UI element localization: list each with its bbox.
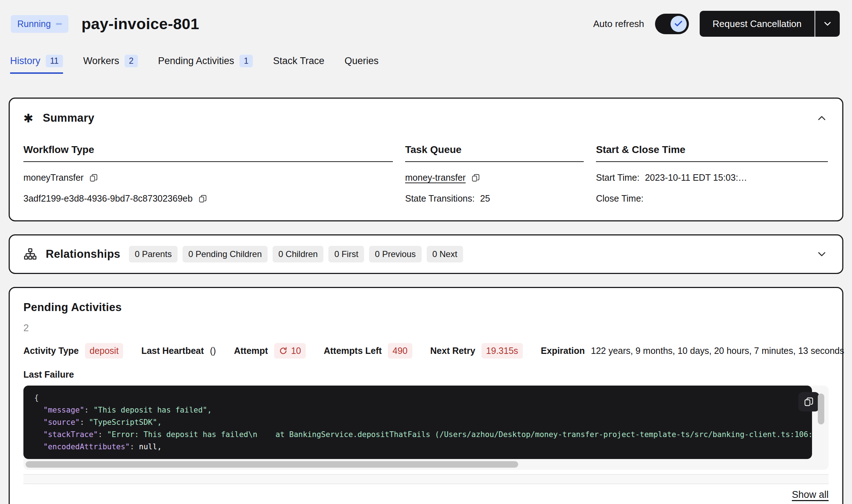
json-colon: :	[130, 442, 139, 451]
copy-icon	[471, 173, 480, 183]
copy-icon	[803, 396, 814, 407]
summary-card: ✱ Summary Workflow Type moneyTransfer 3a…	[9, 98, 843, 221]
summary-card-header: ✱ Summary	[23, 112, 828, 125]
last-heartbeat-value: ()	[210, 346, 216, 356]
attempts-left-field: Attempts Left 490	[324, 343, 412, 359]
copy-task-queue-button[interactable]	[471, 173, 480, 183]
retry-icon	[279, 346, 288, 355]
json-key: "source"	[34, 418, 80, 427]
json-colon: :	[84, 406, 93, 414]
tab-pending-activities[interactable]: Pending Activities 1	[158, 55, 253, 74]
state-transitions-label: State Transitions:	[405, 193, 475, 204]
next-retry-label: Next Retry	[430, 346, 475, 356]
copy-failure-button[interactable]	[798, 392, 819, 411]
attempts-left-label: Attempts Left	[324, 346, 382, 356]
start-time-value: 2023-10-11 EDT 15:03:…	[645, 172, 747, 183]
tab-history[interactable]: History 11	[10, 55, 63, 74]
workflow-type-value: moneyTransfer	[23, 172, 84, 183]
topbar-actions: Auto refresh Request Cancellation	[593, 11, 840, 37]
tab-label: Workers	[83, 55, 119, 67]
pending-children-badge: 0 Pending Children	[183, 246, 268, 262]
time-heading: Start & Close Time	[596, 144, 828, 162]
tab-label: History	[10, 55, 40, 67]
summary-icon: ✱	[23, 112, 33, 124]
tab-count-badge: 2	[125, 55, 138, 67]
json-value: "TypeScriptSDK",	[89, 418, 162, 427]
attempt-field: Attempt 10	[234, 343, 306, 359]
tab-stack-trace[interactable]: Stack Trace	[273, 55, 324, 74]
expiration-value: 122 years, 9 months, 10 days, 20 hours, …	[591, 346, 844, 356]
parents-badge: 0 Parents	[129, 246, 178, 262]
auto-refresh-label: Auto refresh	[593, 18, 644, 30]
tab-label: Pending Activities	[158, 55, 234, 67]
time-column: Start & Close Time Start Time: 2023-10-1…	[596, 144, 828, 204]
request-cancellation-button[interactable]: Request Cancellation	[700, 11, 815, 37]
tab-label: Queries	[345, 55, 379, 67]
tab-queries[interactable]: Queries	[345, 55, 379, 74]
expiration-field: Expiration 122 years, 9 months, 10 days,…	[541, 346, 844, 356]
pending-activity-fields: Activity Type deposit Last Heartbeat () …	[23, 343, 829, 359]
copy-icon	[198, 194, 207, 203]
activity-type-field: Activity Type deposit	[23, 343, 123, 359]
pending-activities-count: 2	[23, 323, 829, 334]
auto-refresh-toggle[interactable]	[655, 14, 689, 34]
horizontal-scrollbar[interactable]	[26, 461, 518, 468]
summary-collapse-button[interactable]	[816, 112, 828, 124]
relationships-expand-button[interactable]	[816, 248, 828, 260]
close-time-label: Close Time:	[596, 193, 644, 204]
page-title: pay-invoice-801	[81, 15, 199, 33]
json-value: null,	[139, 442, 162, 451]
chevron-down-icon	[816, 248, 828, 260]
last-failure-json: { "message": "This deposit has failed", …	[23, 386, 812, 459]
attempts-left-badge: 490	[388, 343, 412, 359]
json-value: "Error: This deposit has failed\n at Ban…	[107, 430, 812, 439]
json-key: "encodedAttributes"	[34, 442, 130, 451]
summary-grid: Workflow Type moneyTransfer 3adf2199-e3d…	[23, 144, 828, 204]
copy-run-id-button[interactable]	[198, 194, 207, 203]
chevron-down-icon	[822, 18, 833, 29]
vertical-scrollbar[interactable]	[818, 393, 824, 424]
status-label: Running	[17, 19, 51, 29]
next-badge: 0 Next	[427, 246, 463, 262]
workflow-tabs: History 11 Workers 2 Pending Activities …	[10, 55, 852, 74]
tab-label: Stack Trace	[273, 55, 324, 67]
activity-type-badge: deposit	[85, 343, 124, 359]
task-queue-link[interactable]: money-transfer	[405, 172, 466, 183]
relationships-badges: 0 Parents 0 Pending Children 0 Children …	[129, 246, 463, 262]
status-badge: Running	[11, 15, 68, 33]
first-badge: 0 First	[328, 246, 364, 262]
json-colon: :	[98, 430, 107, 439]
last-heartbeat-field: Last Heartbeat ()	[141, 346, 216, 356]
task-queue-heading: Task Queue	[405, 144, 584, 162]
attempt-label: Attempt	[234, 346, 268, 356]
next-retry-field: Next Retry 19.315s	[430, 343, 523, 359]
json-key: "stackTrace"	[34, 430, 98, 439]
relationships-title: Relationships	[46, 248, 120, 261]
pending-activities-title: Pending Activities	[23, 301, 829, 314]
json-value: "This deposit has failed",	[93, 406, 212, 414]
json-colon: :	[80, 418, 89, 427]
json-open-brace: {	[34, 393, 39, 402]
json-key: "message"	[34, 406, 84, 414]
state-transitions-value: 25	[480, 193, 490, 204]
previous-badge: 0 Previous	[369, 246, 421, 262]
start-time-label: Start Time:	[596, 172, 640, 183]
run-id-value: 3adf2199-e3d8-4936-9bd7-8c87302369eb	[23, 193, 193, 204]
copy-workflow-type-button[interactable]	[89, 173, 98, 183]
attempt-value: 10	[291, 346, 301, 356]
topbar: Running pay-invoice-801 Auto refresh Req…	[0, 0, 852, 37]
cancel-split-button: Request Cancellation	[700, 11, 840, 37]
task-queue-column: Task Queue money-transfer State Transiti…	[405, 144, 584, 204]
tab-workers[interactable]: Workers 2	[83, 55, 138, 74]
expiration-label: Expiration	[541, 346, 585, 356]
check-icon	[674, 19, 683, 28]
relationships-card: Relationships 0 Parents 0 Pending Childr…	[9, 234, 843, 274]
activity-type-label: Activity Type	[23, 346, 79, 356]
attempt-badge: 10	[274, 343, 306, 359]
status-spinner-icon	[56, 23, 62, 25]
children-badge: 0 Children	[273, 246, 323, 262]
copy-icon	[89, 173, 98, 183]
next-retry-badge: 19.315s	[481, 343, 523, 359]
show-all-link[interactable]: Show all	[792, 489, 829, 500]
cancel-menu-button[interactable]	[815, 11, 840, 37]
